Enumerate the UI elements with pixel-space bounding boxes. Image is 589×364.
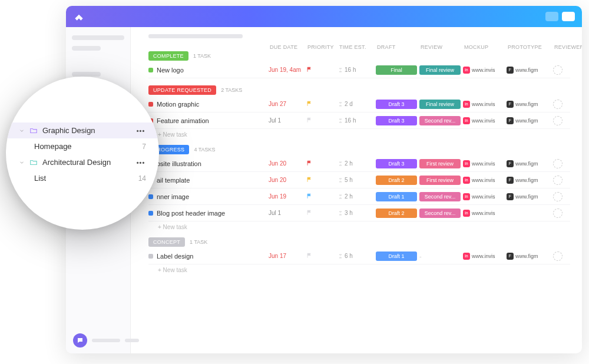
- assignee-avatar[interactable]: [553, 65, 562, 75]
- sidebar-folder[interactable]: Graphic Design•••: [6, 123, 159, 138]
- mockup-link[interactable]: inwww.invis: [463, 117, 504, 124]
- task-row[interactable]: Motion graphicJun 272 dDraft 3Final revi…: [148, 96, 570, 112]
- draft-cell[interactable]: Draft 3: [376, 100, 417, 109]
- review-cell[interactable]: -: [419, 253, 461, 260]
- review-cell[interactable]: Final review: [419, 100, 461, 109]
- time-estimate[interactable]: 3 h: [338, 210, 373, 216]
- priority-cell[interactable]: [306, 177, 336, 184]
- priority-cell[interactable]: [306, 101, 336, 108]
- priority-cell[interactable]: [306, 193, 336, 200]
- due-date[interactable]: Jun 17: [269, 253, 304, 259]
- time-estimate[interactable]: 16 h: [338, 67, 373, 73]
- more-menu-icon[interactable]: •••: [135, 159, 146, 166]
- assignee-avatar[interactable]: [553, 252, 562, 261]
- reviewer-cell[interactable]: [553, 100, 581, 109]
- time-estimate[interactable]: 5 h: [338, 177, 373, 183]
- task-row[interactable]: Label designJun 176 hDraft 1-inwww.invis…: [148, 248, 570, 264]
- prototype-link[interactable]: Fwww.figm: [507, 67, 551, 74]
- draft-cell[interactable]: Draft 2: [376, 176, 417, 185]
- sidebar-list[interactable]: Homepage7: [6, 138, 159, 154]
- column-header[interactable]: PRIORITY: [307, 44, 337, 50]
- review-cell[interactable]: First review: [419, 159, 461, 168]
- time-estimate[interactable]: 2 h: [338, 193, 373, 200]
- topbar-pill[interactable]: [562, 12, 575, 21]
- task-row[interactable]: Blog post header imageJul 13 hDraft 2Sec…: [148, 205, 570, 221]
- column-header[interactable]: MOCKUP: [464, 44, 505, 50]
- chat-button[interactable]: [73, 333, 87, 348]
- review-cell[interactable]: Second rev...: [419, 209, 461, 218]
- assignee-avatar[interactable]: [553, 192, 562, 201]
- assignee-avatar[interactable]: [553, 100, 562, 109]
- due-date[interactable]: Jun 27: [269, 101, 304, 107]
- task-title[interactable]: bsite illustration: [148, 160, 266, 167]
- column-header[interactable]: REVIEWER: [554, 44, 582, 50]
- time-estimate[interactable]: 2 d: [338, 101, 373, 107]
- group-header[interactable]: CONCEPT1 TASK: [148, 237, 570, 247]
- draft-cell[interactable]: Draft 1: [376, 192, 417, 201]
- status-tag[interactable]: CONCEPT: [148, 237, 185, 247]
- column-header[interactable]: DUE DATE: [270, 44, 305, 50]
- due-date[interactable]: Jul 1: [269, 117, 304, 124]
- new-task-button[interactable]: + New task: [148, 129, 570, 138]
- draft-cell[interactable]: Draft 1: [376, 252, 417, 261]
- reviewer-cell[interactable]: [553, 252, 581, 261]
- assignee-avatar[interactable]: [553, 116, 562, 125]
- task-title[interactable]: Motion graphic: [148, 101, 266, 108]
- sidebar-list[interactable]: List14: [6, 170, 159, 186]
- task-title[interactable]: ail template: [148, 177, 266, 184]
- column-header[interactable]: DRAFT: [377, 44, 418, 50]
- draft-cell[interactable]: Final: [376, 65, 417, 75]
- prototype-link[interactable]: Fwww.figm: [507, 117, 551, 124]
- priority-cell[interactable]: [306, 253, 336, 260]
- review-cell[interactable]: First review: [419, 176, 461, 185]
- task-title[interactable]: Blog post header image: [148, 210, 266, 217]
- time-estimate[interactable]: 16 h: [338, 117, 373, 124]
- due-date[interactable]: Jun 19, 4am: [269, 67, 304, 73]
- review-cell[interactable]: Final review: [419, 65, 461, 75]
- task-row[interactable]: New logoJun 19, 4am16 hFinalFinal review…: [148, 62, 570, 78]
- draft-cell[interactable]: Draft 2: [376, 209, 417, 218]
- draft-cell[interactable]: Draft 3: [376, 159, 417, 168]
- task-row[interactable]: bsite illustrationJun 202 hDraft 3First …: [148, 155, 570, 172]
- time-estimate[interactable]: 6 h: [338, 253, 373, 259]
- priority-cell[interactable]: [306, 210, 336, 217]
- priority-cell[interactable]: [306, 117, 336, 124]
- assignee-avatar[interactable]: [553, 159, 562, 168]
- priority-cell[interactable]: [306, 67, 336, 74]
- assignee-avatar[interactable]: [553, 176, 562, 185]
- prototype-link[interactable]: Fwww.figm: [507, 101, 551, 108]
- task-row[interactable]: Feature animationJul 116 hDraft 3Second …: [148, 112, 570, 129]
- reviewer-cell[interactable]: [553, 192, 581, 201]
- sidebar-folder[interactable]: Architectural Design•••: [6, 154, 159, 170]
- due-date[interactable]: Jun 20: [269, 160, 304, 167]
- task-row[interactable]: ail templateJun 205 hDraft 2First review…: [148, 172, 570, 188]
- mockup-link[interactable]: inwww.invis: [463, 160, 504, 167]
- status-tag[interactable]: UPDATE REQUESTED: [148, 85, 216, 95]
- mockup-link[interactable]: inwww.invis: [463, 210, 504, 217]
- reviewer-cell[interactable]: [553, 116, 581, 125]
- column-header[interactable]: [150, 44, 267, 50]
- new-task-button[interactable]: + New task: [148, 264, 570, 273]
- column-header[interactable]: PROTOTYPE: [508, 44, 552, 50]
- reviewer-cell[interactable]: [553, 159, 581, 168]
- prototype-link[interactable]: Fwww.figm: [507, 253, 551, 260]
- column-header[interactable]: TIME EST.: [339, 44, 375, 50]
- status-tag[interactable]: COMPLETE: [148, 51, 188, 61]
- due-date[interactable]: Jul 1: [269, 210, 304, 216]
- reviewer-cell[interactable]: [553, 209, 581, 218]
- due-date[interactable]: Jun 19: [269, 193, 304, 200]
- mockup-link[interactable]: inwww.invis: [463, 193, 504, 200]
- task-title[interactable]: New logo: [148, 67, 266, 74]
- more-menu-icon[interactable]: •••: [135, 127, 146, 134]
- due-date[interactable]: Jun 20: [269, 177, 304, 183]
- group-header[interactable]: PROGRESS4 TASKS: [148, 145, 570, 154]
- task-title[interactable]: Label design: [148, 253, 266, 260]
- new-task-button[interactable]: + New task: [148, 221, 570, 230]
- draft-cell[interactable]: Draft 3: [376, 116, 417, 125]
- task-title[interactable]: nner image: [148, 193, 266, 200]
- group-header[interactable]: UPDATE REQUESTED2 TASKS: [148, 85, 570, 95]
- task-title[interactable]: Feature animation: [148, 117, 266, 124]
- review-cell[interactable]: Second rev...: [419, 116, 461, 125]
- priority-cell[interactable]: [306, 160, 336, 167]
- prototype-link[interactable]: Fwww.figm: [507, 160, 551, 167]
